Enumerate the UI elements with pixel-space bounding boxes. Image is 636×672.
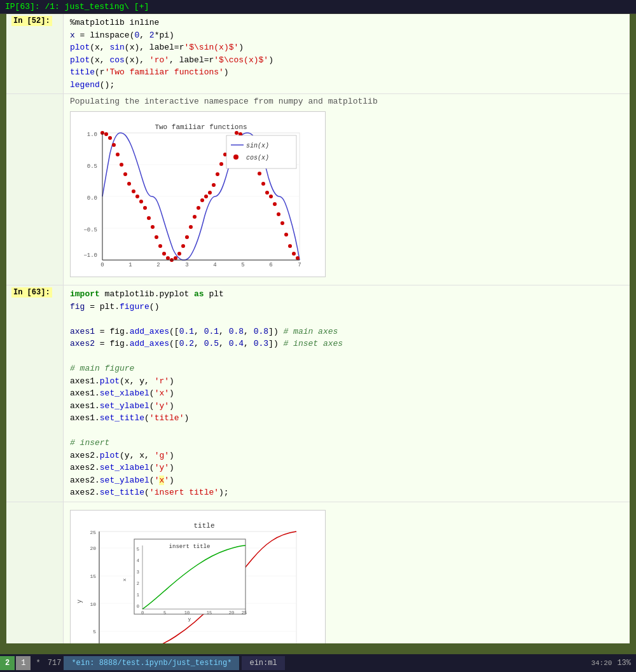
code-line: legend(); bbox=[70, 79, 623, 92]
chart1-container: Two familiar functions 1.0 0.5 0.0 −0.5 … bbox=[70, 111, 326, 277]
code-line: axes1.set_xlabel('x') bbox=[70, 387, 623, 400]
status-mode: ein:ml bbox=[242, 656, 284, 670]
svg-text:7: 7 bbox=[298, 262, 301, 268]
svg-text:1: 1 bbox=[128, 262, 132, 268]
code-line: axes2.set_ylabel('x') bbox=[70, 474, 623, 487]
code-line: import matplotlib.pyplot as plt bbox=[70, 288, 623, 301]
svg-text:4: 4 bbox=[213, 262, 216, 268]
cell-output-chart2: title y x 0 5 10 bbox=[64, 502, 630, 644]
svg-text:y: y bbox=[188, 616, 191, 622]
title-text: IP[63]: /1: just_testing\ [+] bbox=[5, 2, 149, 11]
svg-text:5: 5 bbox=[163, 610, 166, 615]
svg-point-36 bbox=[162, 252, 166, 256]
svg-point-43 bbox=[189, 225, 193, 229]
svg-text:2: 2 bbox=[137, 581, 139, 586]
chart1-svg: Two familiar functions 1.0 0.5 0.0 −0.5 … bbox=[71, 112, 325, 274]
code-line: # main figure bbox=[70, 362, 623, 375]
cell-output-52: Populating the interactive namespace fro… bbox=[6, 94, 630, 285]
chart1-title: Two familiar functions bbox=[155, 123, 247, 131]
svg-point-31 bbox=[143, 206, 147, 210]
svg-text:25: 25 bbox=[90, 530, 96, 535]
svg-text:25: 25 bbox=[242, 610, 247, 615]
code-line: axes1.set_title('title') bbox=[70, 412, 623, 425]
svg-text:0.5: 0.5 bbox=[87, 163, 97, 170]
cell-code-63[interactable]: import matplotlib.pyplot as plt fig = pl… bbox=[64, 285, 630, 502]
status-position: 34:20 bbox=[591, 659, 612, 667]
svg-text:2: 2 bbox=[156, 262, 160, 268]
svg-text:15: 15 bbox=[207, 610, 212, 615]
svg-point-55 bbox=[235, 131, 238, 135]
svg-point-45 bbox=[197, 206, 200, 210]
svg-text:6: 6 bbox=[269, 262, 272, 268]
svg-point-69 bbox=[288, 244, 292, 248]
code-line: axes1.plot(x, y, 'r') bbox=[70, 375, 623, 388]
code-line bbox=[70, 313, 623, 326]
svg-text:1: 1 bbox=[137, 593, 139, 598]
svg-point-63 bbox=[265, 191, 269, 195]
code-line: axes2 = fig.add_axes([0.2, 0.5, 0.4, 0.3… bbox=[70, 338, 623, 350]
cell-label-52: In [52]: bbox=[6, 14, 64, 93]
code-line: plot(x, cos(x), 'ro', label=r'$\cos(x)$'… bbox=[70, 54, 623, 67]
svg-text:3: 3 bbox=[185, 262, 188, 268]
chart2-svg: title y x 0 5 10 bbox=[71, 511, 325, 644]
svg-text:insert title: insert title bbox=[169, 544, 211, 550]
svg-point-40 bbox=[177, 252, 181, 256]
svg-text:5: 5 bbox=[93, 629, 96, 634]
svg-text:4: 4 bbox=[137, 558, 139, 563]
chart2-container: title y x 0 5 10 bbox=[70, 510, 326, 644]
svg-point-71 bbox=[296, 256, 300, 260]
svg-point-50 bbox=[216, 172, 219, 176]
code-line: plot(x, sin(x), label=r'$\sin(x)$') bbox=[70, 41, 623, 54]
svg-point-68 bbox=[284, 233, 288, 237]
svg-text:sin(x): sin(x) bbox=[246, 142, 269, 149]
svg-point-44 bbox=[193, 215, 197, 219]
cell-in-63: In [63]: import matplotlib.pyplot as plt… bbox=[6, 285, 630, 502]
svg-rect-72 bbox=[226, 135, 296, 168]
svg-text:−0.5: −0.5 bbox=[83, 227, 97, 233]
svg-point-21 bbox=[104, 132, 108, 136]
svg-point-51 bbox=[219, 162, 223, 166]
svg-text:15: 15 bbox=[90, 573, 96, 579]
svg-point-29 bbox=[135, 195, 139, 198]
status-cell-num2: 1 bbox=[16, 656, 31, 670]
svg-text:20: 20 bbox=[229, 610, 234, 615]
svg-point-75 bbox=[233, 154, 238, 160]
code-line: axes2.plot(y, x, 'g') bbox=[70, 449, 623, 462]
status-linecount: 717 bbox=[48, 659, 62, 668]
svg-point-23 bbox=[112, 143, 116, 147]
svg-text:0: 0 bbox=[100, 262, 104, 268]
cell-in-52: In [52]: %matplotlib inline x = linspace… bbox=[6, 14, 630, 94]
svg-point-25 bbox=[120, 163, 123, 167]
svg-point-46 bbox=[200, 198, 204, 202]
svg-text:−1.0: −1.0 bbox=[83, 252, 97, 259]
svg-point-70 bbox=[292, 252, 296, 256]
svg-point-26 bbox=[123, 172, 127, 176]
code-line: # insert bbox=[70, 437, 623, 449]
code-line bbox=[70, 350, 623, 363]
code-line: title(r'Two familiar functions') bbox=[70, 66, 623, 79]
status-modified: * bbox=[36, 659, 45, 668]
svg-point-39 bbox=[174, 256, 177, 260]
svg-point-64 bbox=[269, 195, 273, 198]
status-filename[interactable]: *ein: 8888/test.ipynb/just_testing* bbox=[64, 656, 239, 670]
svg-text:x: x bbox=[121, 578, 127, 581]
cell-code-52[interactable]: %matplotlib inline x = linspace(0, 2*pi)… bbox=[64, 14, 630, 93]
svg-point-49 bbox=[212, 183, 216, 187]
svg-text:1.0: 1.0 bbox=[87, 132, 97, 138]
svg-text:5: 5 bbox=[137, 547, 139, 552]
svg-point-22 bbox=[108, 136, 112, 140]
code-line: axes2.set_xlabel('y') bbox=[70, 462, 623, 474]
svg-point-37 bbox=[166, 256, 170, 260]
svg-text:10: 10 bbox=[90, 601, 96, 607]
svg-point-66 bbox=[277, 212, 280, 216]
cell-label-63: In [63]: bbox=[6, 285, 64, 502]
cell-output-63: title y x 0 5 10 bbox=[6, 502, 630, 644]
cell-label-output bbox=[6, 94, 64, 285]
svg-text:0: 0 bbox=[137, 604, 139, 609]
svg-text:0.0: 0.0 bbox=[87, 195, 97, 202]
svg-text:20: 20 bbox=[90, 545, 96, 551]
notebook: In [52]: %matplotlib inline x = linspace… bbox=[6, 14, 630, 643]
svg-point-35 bbox=[158, 244, 162, 248]
code-line: axes1.set_ylabel('y') bbox=[70, 400, 623, 413]
svg-point-34 bbox=[155, 235, 158, 239]
